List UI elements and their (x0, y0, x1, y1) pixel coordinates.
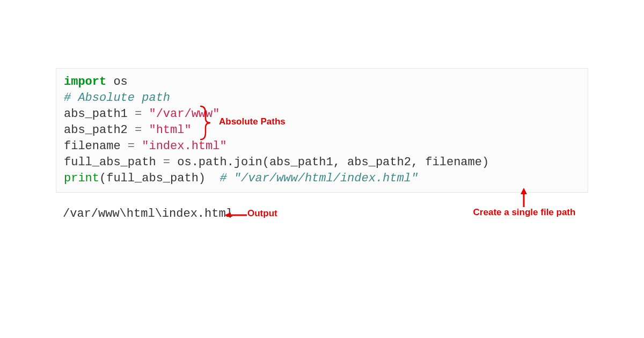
code-line-3: # Absolute path (64, 90, 580, 106)
var-filename: filename (64, 139, 128, 153)
keyword-import: import (64, 75, 106, 89)
annotation-absolute-paths: Absolute Paths (219, 116, 286, 127)
equals-op: = (135, 107, 142, 121)
brace-icon (199, 105, 215, 141)
code-block: import os # Absolute path abs_path1 = "/… (56, 68, 588, 193)
output-text: /var/www\html\index.html (63, 207, 233, 221)
annotation-output: Output (247, 208, 277, 219)
code-line-5: abs_path2 = "html" (64, 122, 580, 138)
equals-op: = (163, 156, 170, 169)
var-abs-path2: abs_path2 (64, 123, 135, 137)
var-full-abs-path: full_abs_path (64, 156, 163, 169)
keyword-print: print (64, 172, 99, 185)
equals-op: = (128, 139, 135, 153)
code-line-7: full_abs_path = os.path.join(abs_path1, … (64, 155, 580, 171)
string-html: "html" (142, 123, 191, 137)
arrow-left-icon (224, 211, 247, 218)
comment-expected: # "/var/www/html/index.html" (219, 172, 418, 185)
module-name: os (106, 75, 128, 89)
code-line-4: abs_path1 = "/var/www" (64, 106, 580, 122)
os-path-join-call: os.path.join(abs_path1, abs_path2, filen… (170, 156, 489, 169)
equals-op: = (135, 123, 142, 137)
annotation-single-file: Create a single file path (471, 207, 578, 218)
print-args: (full_abs_path) (99, 172, 219, 185)
code-line-6: filename = "index.html" (64, 138, 580, 155)
svg-marker-1 (224, 212, 231, 218)
var-abs-path1: abs_path1 (64, 107, 135, 121)
code-line-1: import os (64, 74, 580, 90)
arrow-up-icon (519, 188, 528, 207)
string-index-html: "index.html" (135, 139, 227, 153)
svg-marker-3 (521, 188, 527, 194)
comment-absolute: # Absolute path (64, 91, 170, 105)
code-line-8: print(full_abs_path) # "/var/www/html/in… (64, 171, 580, 187)
